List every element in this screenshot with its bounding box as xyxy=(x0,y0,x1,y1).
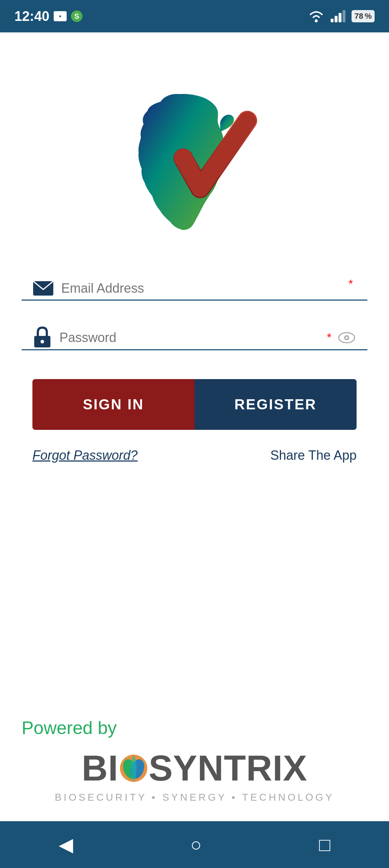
powered-by-label: Powered by xyxy=(22,718,367,738)
svg-rect-4 xyxy=(343,10,345,22)
svg-point-14 xyxy=(131,756,137,781)
svg-point-10 xyxy=(346,337,348,339)
battery-level: 78 xyxy=(354,12,363,21)
nav-recent-button[interactable]: □ xyxy=(305,827,345,863)
password-input[interactable] xyxy=(59,327,327,349)
signal-icon xyxy=(330,9,346,23)
eye-icon[interactable] xyxy=(337,329,357,347)
svg-rect-3 xyxy=(339,13,341,22)
powered-by-section: Powered by BI SYNTRIX BIOSECURITY • SYNE… xyxy=(0,718,389,803)
email-input[interactable] xyxy=(61,277,357,300)
biosyntrix-leaf-icon xyxy=(119,754,148,783)
forgot-password-link[interactable]: Forgot Password? xyxy=(32,448,138,463)
sim-icon: ▪ xyxy=(54,11,67,21)
biosyntrix-name: BI SYNTRIX xyxy=(82,747,307,789)
lock-icon xyxy=(32,326,52,349)
signin-button[interactable]: SIGN IN xyxy=(32,379,194,430)
svg-rect-2 xyxy=(335,16,337,22)
nav-back-button[interactable]: ◀ xyxy=(44,827,88,863)
s-icon: S xyxy=(71,10,82,22)
nav-home-button[interactable]: ○ xyxy=(176,827,216,863)
biosyntrix-tagline: BIOSECURITY • SYNERGY • TECHNOLOGY xyxy=(55,792,334,803)
register-button[interactable]: REGISTER xyxy=(194,379,357,430)
nav-bar: ◀ ○ □ xyxy=(0,821,389,868)
password-required-star: * xyxy=(327,331,331,344)
biosyntrix-logo: BI SYNTRIX BIOSECURITY • SYNERGY • TECHN… xyxy=(22,747,367,803)
share-app-link[interactable]: Share The App xyxy=(270,448,357,463)
app-logo xyxy=(115,83,274,241)
status-left: 12:40 ▪ S xyxy=(14,9,82,24)
battery-icon: 78% xyxy=(352,10,375,22)
main-content: * * SIGN IN REGISTER Forgot Password? Sh… xyxy=(0,32,389,477)
svg-point-7 xyxy=(41,340,44,343)
wifi-icon xyxy=(308,9,324,23)
email-required-star: * xyxy=(349,277,353,291)
links-row: Forgot Password? Share The App xyxy=(22,448,367,463)
logo-container xyxy=(22,83,367,241)
email-input-group: * xyxy=(22,277,367,301)
email-icon xyxy=(32,279,54,297)
status-bar: 12:40 ▪ S 78% xyxy=(0,0,389,32)
password-input-group: * xyxy=(22,326,367,350)
status-time: 12:40 xyxy=(14,9,49,24)
status-right: 78% xyxy=(308,9,375,23)
svg-point-0 xyxy=(315,19,318,22)
action-buttons: SIGN IN REGISTER xyxy=(22,379,367,430)
svg-rect-1 xyxy=(331,19,334,22)
